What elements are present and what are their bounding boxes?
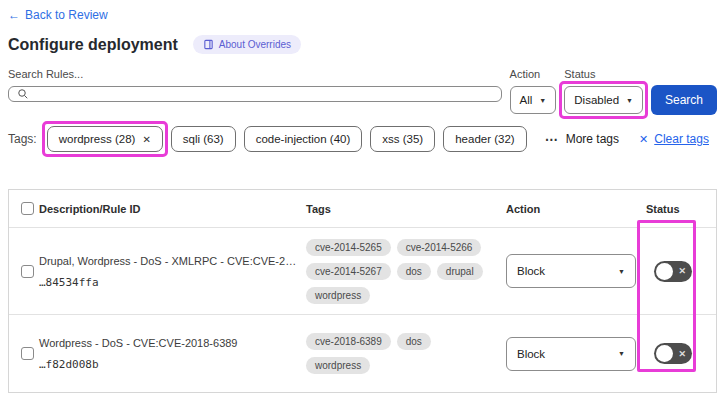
column-header-status: Status [646,190,716,227]
rule-tags: cve-2014-5265 cve-2014-5266 cve-2014-526… [306,228,506,314]
action-filter-select[interactable]: All ▼ [510,86,557,114]
tag-chip-label: wordpress (28) [59,133,136,145]
status-filter-annotation-highlight: Disabled ▼ [559,81,648,119]
rule-tag-pill: cve-2018-6389 [306,333,391,350]
rule-description: Wordpress - DoS - CVE:CVE-2018-6389 [39,336,238,350]
search-button[interactable]: Search [651,85,717,115]
toggle-knob [656,345,673,362]
search-rules-label: Search Rules... [8,68,502,81]
action-filter-value: All [520,94,533,106]
ellipsis-icon: ⋯ [545,132,559,147]
status-filter-label: Status [564,68,643,81]
caret-down-icon: ▼ [618,268,625,275]
clear-tags-label: Clear tags [654,132,709,146]
tag-chip-xss[interactable]: xss (35) [370,126,435,152]
rule-tag-pill: cve-2014-5267 [306,263,391,280]
rule-tags: cve-2018-6389 dos wordpress [306,315,506,392]
rule-tag-pill: dos [397,333,431,350]
tags-label: Tags: [8,132,37,146]
search-input[interactable] [35,87,493,101]
row-action-value: Block [517,348,545,360]
rules-table: Description/Rule ID Tags Action Status D… [8,189,717,393]
arrow-left-icon: ← [8,8,20,22]
rule-description: Drupal, Wordpress - DoS - XMLRPC - CVE:C… [39,254,296,268]
rule-tag-pill: cve-2014-5266 [397,239,482,256]
back-link[interactable]: ← Back to Review [8,8,108,22]
more-tags-button[interactable]: ⋯ More tags [545,132,619,147]
caret-down-icon: ▼ [626,97,633,104]
rule-id: …f82d008b [39,358,99,371]
column-header-tags: Tags [306,190,506,227]
status-toggle-off[interactable]: ✕ [654,343,692,364]
row-checkbox[interactable] [21,265,34,278]
toggle-x-icon: ✕ [678,267,686,276]
search-icon [17,88,29,100]
status-filter-value: Disabled [574,94,619,106]
status-toggle-off[interactable]: ✕ [654,261,692,282]
tag-chip-sqli[interactable]: sqli (63) [171,126,236,152]
select-all-checkbox[interactable] [21,202,34,215]
row-checkbox[interactable] [21,347,34,360]
about-overrides-label: About Overrides [219,39,291,50]
selected-tag-annotation-highlight: wordpress (28) ✕ [42,121,168,157]
rule-tag-pill: wordpress [306,287,370,304]
rule-tag-pill: drupal [437,263,483,280]
chip-remove-icon[interactable]: ✕ [142,134,150,145]
caret-down-icon: ▼ [618,350,625,357]
tags-bar: Tags: wordpress (28) ✕ sqli (63) code-in… [8,126,717,152]
configure-deployment-page: ← Back to Review Configure deployment Ab… [0,0,725,393]
column-header-action: Action [506,190,646,227]
title-row: Configure deployment About Overrides [8,35,717,54]
clear-tags-link[interactable]: ✕ Clear tags [639,132,709,146]
rule-tag-pill: dos [397,263,431,280]
filter-bar: Search Rules... Action All ▼ Status Disa… [8,68,717,115]
tag-chip-header[interactable]: header (32) [443,126,526,152]
toggle-x-icon: ✕ [678,349,686,358]
rule-id: …84534ffa [39,276,99,289]
toggle-knob [656,263,673,280]
search-input-container[interactable] [8,86,502,102]
row-action-value: Block [517,265,545,277]
rule-tag-pill: wordpress [306,357,370,374]
table-row: Wordpress - DoS - CVE:CVE-2018-6389 …f82… [9,314,716,392]
tag-chip-wordpress[interactable]: wordpress (28) ✕ [47,126,163,152]
rules-table-wrap: Description/Rule ID Tags Action Status D… [8,189,717,393]
more-tags-label: More tags [566,132,619,146]
table-header-row: Description/Rule ID Tags Action Status [9,190,716,227]
row-action-select[interactable]: Block ▼ [506,337,636,371]
action-filter-label: Action [510,68,557,81]
table-row: Drupal, Wordpress - DoS - XMLRPC - CVE:C… [9,227,716,314]
caret-down-icon: ▼ [539,97,546,104]
page-title: Configure deployment [8,36,178,54]
tag-chip-code-injection[interactable]: code-injection (40) [244,126,363,152]
column-header-description: Description/Rule ID [39,190,306,227]
back-link-label: Back to Review [25,8,108,22]
row-action-select[interactable]: Block ▼ [506,254,636,288]
book-icon [203,39,214,50]
rule-tag-pill: cve-2014-5265 [306,239,391,256]
status-filter-select[interactable]: Disabled ▼ [564,86,643,114]
close-icon: ✕ [639,133,648,146]
about-overrides-badge[interactable]: About Overrides [193,35,301,54]
